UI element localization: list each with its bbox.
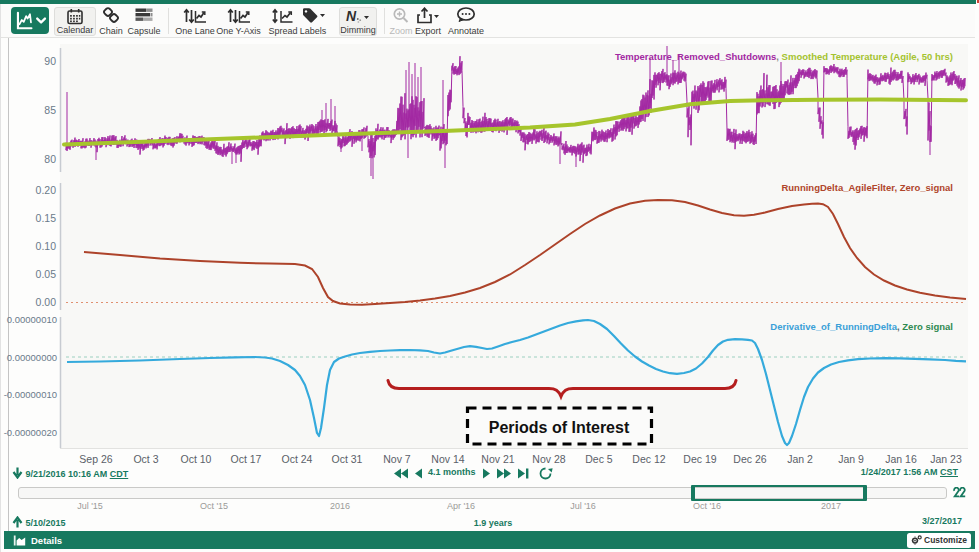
svg-text:Nov 21: Nov 21 (481, 453, 514, 465)
svg-text:Nov 28: Nov 28 (532, 453, 565, 465)
svg-text:90: 90 (44, 55, 56, 67)
svg-text:80: 80 (44, 153, 56, 165)
svg-text:0.00000000: 0.00000000 (7, 352, 57, 363)
svg-text:N: N (346, 8, 357, 24)
svg-text:Jan 2: Jan 2 (787, 453, 813, 465)
svg-text:Oct 31: Oct 31 (332, 453, 363, 465)
svg-text:Oct 24: Oct 24 (282, 453, 313, 465)
svg-text:0.15: 0.15 (36, 212, 57, 224)
svg-text:0.20: 0.20 (36, 184, 57, 196)
svg-text:Jan 9: Jan 9 (838, 453, 864, 465)
svg-text:Nov 14: Nov 14 (431, 453, 464, 465)
svg-text:0.05: 0.05 (36, 268, 57, 280)
svg-text:0.00: 0.00 (36, 296, 57, 308)
svg-text:Dec 19: Dec 19 (683, 453, 716, 465)
svg-text:Oct 3: Oct 3 (133, 453, 158, 465)
svg-text:Oct 10: Oct 10 (181, 453, 212, 465)
svg-text:Jan 16: Jan 16 (885, 453, 917, 465)
svg-text:Dec 5: Dec 5 (585, 453, 613, 465)
svg-text:Temperature_Removed_Shutdowns,: Temperature_Removed_Shutdowns, Smoothed … (615, 51, 953, 62)
svg-text:Sep 26: Sep 26 (79, 453, 112, 465)
svg-text:Nov 7: Nov 7 (383, 453, 411, 465)
svg-text:Derivative_of_RunningDelta, Ze: Derivative_of_RunningDelta, Zero signal (770, 321, 953, 332)
svg-text:Dec 26: Dec 26 (733, 453, 766, 465)
svg-text:-0.00000020: -0.00000020 (4, 427, 57, 438)
svg-text:Oct 17: Oct 17 (231, 453, 262, 465)
svg-text:Dec 12: Dec 12 (632, 453, 665, 465)
svg-text:0.10: 0.10 (36, 240, 57, 252)
svg-text:85: 85 (44, 104, 56, 116)
svg-text:Jan 23: Jan 23 (930, 453, 962, 465)
svg-text:0.00000010: 0.00000010 (7, 314, 57, 325)
svg-text:Periods of Interest: Periods of Interest (489, 419, 630, 436)
svg-text:-0.00000010: -0.00000010 (4, 389, 57, 400)
svg-text:RunningDelta_AgileFilter, Zero: RunningDelta_AgileFilter, Zero_signal (781, 182, 953, 193)
